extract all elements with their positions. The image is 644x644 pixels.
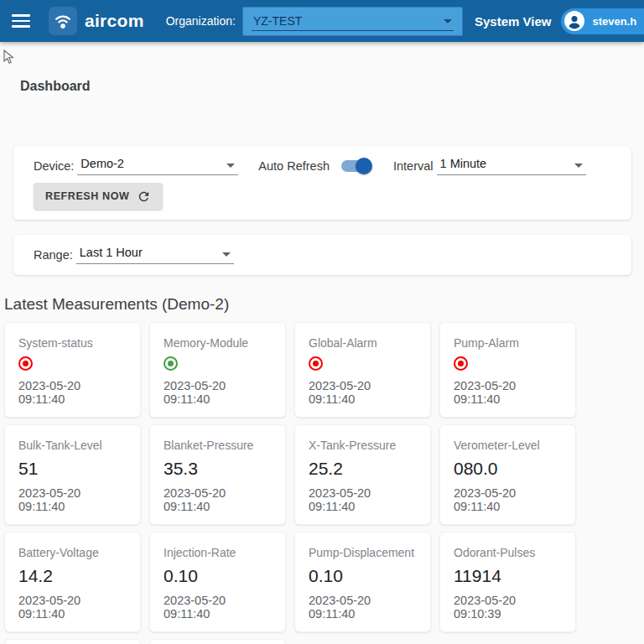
measurement-card: Verometer-Level 080.0 2023-05-20 09:11:4…: [439, 424, 576, 525]
device-value: Demo-2: [80, 157, 124, 170]
measurement-value: 35.3: [164, 459, 272, 479]
refresh-icon: [137, 190, 151, 204]
measurement-name: Pump-Alarm: [454, 335, 562, 351]
organization-label: Organization:: [166, 14, 236, 28]
status-dot: [454, 356, 468, 371]
measurement-timestamp: 2023-05-20 09:11:40: [18, 594, 127, 621]
select-underline: [252, 30, 454, 31]
username: steven.h: [592, 15, 636, 28]
measurement-timestamp: 2023-05-20 09:11:40: [164, 594, 272, 621]
measurement-value: 0.10: [309, 566, 417, 586]
measurement-card: Global-Alarm 2023-05-20 09:11:40: [294, 322, 431, 418]
measurement-value: 0.10: [164, 566, 272, 586]
chevron-down-icon: [574, 164, 583, 168]
organization-select[interactable]: YZ-TEST: [242, 7, 463, 36]
measurement-card-partial: [4, 639, 141, 644]
measurement-name: Bulk-Tank-Level: [18, 438, 127, 453]
measurement-timestamp: 2023-05-20 09:11:40: [18, 379, 127, 406]
interval-label: Interval: [393, 159, 434, 173]
measurement-card: System-status 2023-05-20 09:11:40: [4, 322, 141, 418]
organization-value: YZ-TEST: [253, 14, 302, 28]
system-view-label: System View: [475, 14, 551, 29]
app-header: aircom Organization: YZ-TEST System View…: [0, 0, 644, 42]
measurement-card: Blanket-Pressure 35.3 2023-05-20 09:11:4…: [149, 424, 286, 525]
measurement-card: Pump-Alarm 2023-05-20 09:11:40: [439, 322, 576, 418]
measurement-timestamp: 2023-05-20 09:11:40: [309, 379, 417, 406]
status-dot: [309, 356, 323, 371]
measurement-name: Injection-Rate: [164, 545, 272, 560]
chevron-down-icon: [226, 164, 235, 168]
chevron-down-icon: [444, 19, 452, 23]
status-dot: [18, 356, 33, 371]
measurement-card: X-Tank-Pressure 25.2 2023-05-20 09:11:40: [294, 424, 431, 525]
account-circle-icon: [564, 11, 584, 31]
measurement-timestamp: 2023-05-20 09:11:40: [454, 486, 562, 513]
measurement-name: Verometer-Level: [454, 438, 562, 453]
status-dot: [164, 356, 178, 371]
measurement-name: Odorant-Pulses: [454, 545, 562, 560]
refresh-now-button[interactable]: REFRESH NOW: [34, 183, 163, 210]
measurement-name: System-status: [18, 335, 127, 351]
auto-refresh-toggle[interactable]: [341, 160, 370, 172]
measurement-value: 080.0: [454, 459, 562, 479]
measurement-card: Odorant-Pulses 11914 2023-05-20 09:10:39: [439, 532, 576, 632]
range-value: Last 1 Hour: [80, 246, 143, 259]
measurement-card-partial: [149, 639, 286, 644]
range-panel: Range: Last 1 Hour: [13, 235, 631, 275]
interval-value: 1 Minute: [440, 157, 487, 170]
measurement-card: Memory-Module 2023-05-20 09:11:40: [149, 322, 286, 418]
measurement-value: 14.2: [18, 566, 127, 586]
measurement-value: 11914: [454, 566, 562, 586]
measurement-card: Pump-Displacement 0.10 2023-05-20 09:11:…: [294, 532, 431, 632]
device-panel: Device: Demo-2 Auto Refresh Interval 1 M…: [13, 146, 631, 220]
refresh-now-label: REFRESH NOW: [45, 190, 129, 202]
measurement-timestamp: 2023-05-20 09:11:40: [18, 486, 127, 513]
measurement-name: Blanket-Pressure: [164, 438, 272, 453]
measurement-name: Battery-Voltage: [18, 545, 127, 560]
measurement-name: Global-Alarm: [309, 335, 417, 351]
range-label: Range:: [34, 248, 73, 262]
toggle-knob: [356, 158, 372, 174]
measurement-timestamp: 2023-05-20 09:10:39: [454, 594, 562, 621]
measurement-timestamp: 2023-05-20 09:11:40: [164, 486, 272, 513]
measurement-card: Battery-Voltage 14.2 2023-05-20 09:11:40: [4, 532, 141, 632]
measurement-name: Pump-Displacement: [309, 545, 417, 560]
measurement-value: 25.2: [309, 459, 417, 479]
measurement-timestamp: 2023-05-20 09:11:40: [454, 379, 562, 406]
menu-icon[interactable]: [12, 14, 30, 28]
wifi-logo-icon: [49, 7, 77, 35]
measurement-value: 51: [18, 459, 127, 479]
measurement-name: X-Tank-Pressure: [309, 438, 417, 453]
measurement-card: Injection-Rate 0.10 2023-05-20 09:11:40: [149, 532, 286, 632]
measurement-card: Bulk-Tank-Level 51 2023-05-20 09:11:40: [4, 424, 141, 525]
measurement-timestamp: 2023-05-20 09:11:40: [164, 379, 272, 406]
page-title: Dashboard: [20, 79, 644, 94]
measurements-grid: System-status 2023-05-20 09:11:40 Memory…: [4, 322, 576, 644]
auto-refresh-label: Auto Refresh: [258, 159, 330, 173]
mouse-cursor: [2, 49, 15, 65]
chevron-down-icon: [222, 252, 231, 257]
measurement-timestamp: 2023-05-20 09:11:40: [309, 594, 417, 621]
measurement-name: Memory-Module: [164, 335, 272, 351]
measurement-timestamp: 2023-05-20 09:11:40: [309, 486, 417, 513]
brand-name: aircom: [85, 11, 144, 31]
range-select[interactable]: Last 1 Hour: [76, 246, 234, 264]
device-select[interactable]: Demo-2: [77, 157, 238, 175]
section-title: Latest Measurements (Demo-2): [4, 295, 644, 314]
user-menu[interactable]: steven.h: [561, 8, 644, 34]
interval-select[interactable]: 1 Minute: [437, 157, 586, 175]
device-label: Device:: [34, 159, 74, 173]
